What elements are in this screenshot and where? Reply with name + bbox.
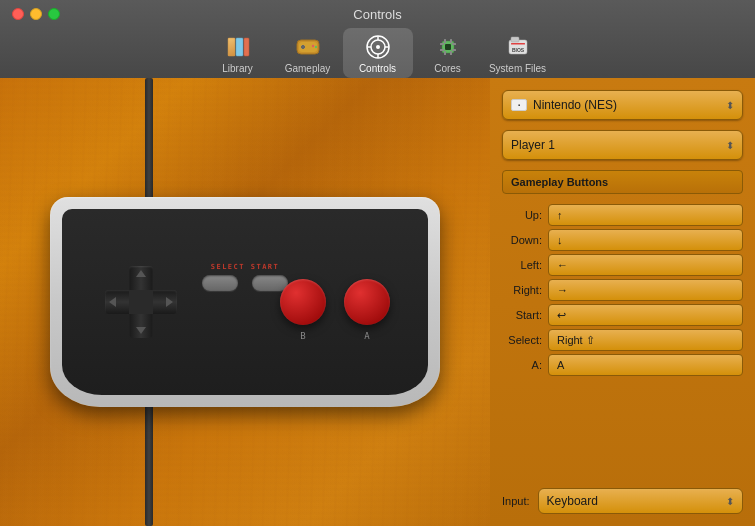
system-icon-text: ▪: [518, 102, 520, 108]
dpad-arrow-down: [136, 327, 146, 334]
player-dropdown-text: Player 1: [511, 138, 555, 152]
player-dropdown[interactable]: Player 1 ⬍: [502, 130, 743, 160]
input-label: Input:: [502, 495, 530, 507]
control-row-right: Right: →: [502, 279, 743, 301]
minimize-button[interactable]: [30, 8, 42, 20]
svg-rect-26: [452, 43, 456, 45]
svg-point-10: [314, 45, 316, 47]
a-button[interactable]: A: [344, 279, 390, 325]
window-buttons: [12, 8, 60, 20]
svg-rect-19: [445, 44, 451, 50]
controls-icon: [364, 33, 392, 61]
maximize-button[interactable]: [48, 8, 60, 20]
player-dropdown-arrow: ⬍: [726, 140, 734, 151]
control-label-down: Down:: [502, 234, 542, 246]
main-content: SELECT START B A ▪: [0, 78, 755, 526]
titlebar-top: Controls: [0, 0, 755, 28]
toolbar-item-library[interactable]: Library: [203, 28, 273, 78]
dpad-arrow-up: [136, 270, 146, 277]
toolbar-item-system-files[interactable]: BIOS System Files: [483, 28, 553, 78]
svg-rect-30: [511, 43, 525, 45]
system-dropdown-inner: ▪ Nintendo (NES): [511, 98, 617, 112]
controls-grid: Up: ↑ Down: ↓ Left: ← Right: →: [502, 204, 743, 376]
titlebar: Controls Library: [0, 0, 755, 78]
system-icon: ▪: [511, 99, 527, 111]
dpad-arrow-right: [166, 297, 173, 307]
svg-point-13: [376, 45, 380, 49]
svg-rect-1: [228, 38, 235, 56]
control-input-a[interactable]: A: [548, 354, 743, 376]
svg-rect-29: [511, 37, 519, 42]
control-input-up[interactable]: ↑: [548, 204, 743, 226]
dpad-center: [129, 290, 153, 314]
input-dropdown[interactable]: Keyboard ⬍: [538, 488, 743, 514]
system-files-icon: BIOS: [504, 33, 532, 61]
svg-rect-24: [440, 43, 444, 45]
svg-rect-25: [440, 49, 444, 51]
dpad-arrow-left: [109, 297, 116, 307]
toolbar-gameplay-label: Gameplay: [285, 63, 331, 74]
control-row-down: Down: ↓: [502, 229, 743, 251]
b-button[interactable]: B: [280, 279, 326, 325]
toolbar-item-cores[interactable]: Cores: [413, 28, 483, 78]
control-value-left: ←: [557, 259, 568, 271]
control-value-start: ↩: [557, 309, 566, 322]
control-label-up: Up:: [502, 209, 542, 221]
toolbar-cores-label: Cores: [434, 63, 461, 74]
select-start-area: SELECT START: [202, 263, 288, 291]
select-button[interactable]: [202, 275, 238, 291]
svg-rect-21: [450, 39, 452, 43]
toolbar-library-label: Library: [222, 63, 253, 74]
svg-rect-8: [301, 46, 305, 48]
gameplay-section-header: Gameplay Buttons: [502, 170, 743, 194]
control-row-a: A: A: [502, 354, 743, 376]
system-dropdown-text: Nintendo (NES): [533, 98, 617, 112]
control-value-right: →: [557, 284, 568, 296]
input-row: Input: Keyboard ⬍: [502, 488, 743, 514]
toolbar-item-gameplay[interactable]: Gameplay: [273, 28, 343, 78]
control-value-down: ↓: [557, 234, 563, 246]
cores-icon: [434, 33, 462, 61]
control-row-start: Start: ↩: [502, 304, 743, 326]
svg-rect-27: [452, 49, 456, 51]
control-label-start: Start:: [502, 309, 542, 321]
library-icon: [224, 33, 252, 61]
svg-rect-22: [444, 51, 446, 55]
dpad: [105, 266, 177, 338]
svg-rect-2: [236, 38, 243, 56]
control-label-select: Select:: [502, 334, 542, 346]
system-dropdown-arrow: ⬍: [726, 100, 734, 111]
control-value-select: Right ⇧: [557, 334, 595, 347]
control-row-up: Up: ↑: [502, 204, 743, 226]
input-dropdown-arrow: ⬍: [726, 496, 734, 507]
toolbar: Library Gameplay: [203, 28, 553, 78]
select-start-buttons: [202, 275, 288, 291]
window-title: Controls: [353, 7, 401, 22]
svg-rect-20: [444, 39, 446, 43]
control-label-left: Left:: [502, 259, 542, 271]
left-panel: SELECT START B A: [0, 78, 490, 526]
control-input-start[interactable]: ↩: [548, 304, 743, 326]
svg-text:BIOS: BIOS: [511, 47, 524, 53]
close-button[interactable]: [12, 8, 24, 20]
system-dropdown[interactable]: ▪ Nintendo (NES) ⬍: [502, 90, 743, 120]
nes-controller: SELECT START B A: [50, 197, 440, 407]
input-dropdown-text: Keyboard: [547, 494, 598, 508]
a-button-label: A: [364, 331, 369, 341]
svg-rect-23: [450, 51, 452, 55]
b-button-label: B: [300, 331, 305, 341]
toolbar-item-controls[interactable]: Controls: [343, 28, 413, 78]
control-label-right: Right:: [502, 284, 542, 296]
control-input-right[interactable]: →: [548, 279, 743, 301]
select-start-label: SELECT START: [211, 263, 280, 271]
control-input-select[interactable]: Right ⇧: [548, 329, 743, 351]
control-row-select: Select: Right ⇧: [502, 329, 743, 351]
ab-buttons: B A: [280, 279, 390, 325]
toolbar-system-files-label: System Files: [489, 63, 546, 74]
control-row-left: Left: ←: [502, 254, 743, 276]
control-label-a: A:: [502, 359, 542, 371]
svg-rect-3: [244, 38, 249, 56]
toolbar-controls-label: Controls: [359, 63, 396, 74]
control-input-left[interactable]: ←: [548, 254, 743, 276]
control-input-down[interactable]: ↓: [548, 229, 743, 251]
